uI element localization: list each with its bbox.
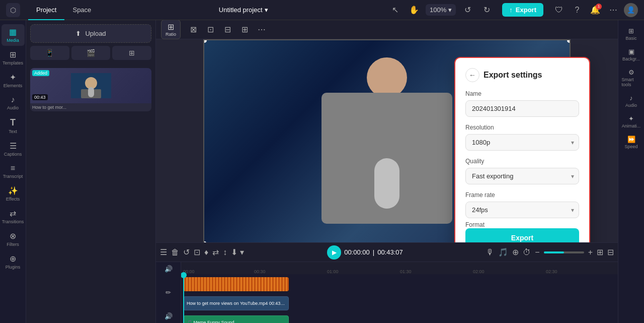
audio-clip[interactable] (183, 277, 289, 291)
adjust-icon[interactable]: ⊞ (237, 22, 252, 37)
upload-button[interactable]: ⬆ Upload (30, 24, 151, 43)
notification-icon[interactable]: 🔔 1 (588, 3, 603, 18)
split-icon[interactable]: ⊡ (194, 247, 200, 257)
zoom-out-icon[interactable]: − (535, 248, 539, 257)
sidebar-item-transitions[interactable]: ⇄ Transitions (2, 206, 25, 227)
project-name[interactable]: Untitled project ▾ (219, 6, 268, 14)
view-tab-mobile[interactable]: 📱 (30, 46, 69, 60)
sidebar-item-speed[interactable]: ⏩ Speed (620, 133, 643, 152)
zoom-control[interactable]: 100% ▾ (426, 4, 456, 16)
chevron-down-icon: ▾ (448, 6, 452, 14)
export-settings-title: Export settings (484, 71, 542, 80)
zoom-in-icon[interactable]: + (588, 248, 593, 257)
shield-icon[interactable]: 🛡 (551, 3, 567, 18)
canvas-area: ⊞ Ratio ⊠ ⊡ ⊟ ⊞ ⋯ (156, 20, 618, 242)
fullscreen-icon[interactable]: ⊞ (597, 247, 603, 257)
sidebar-item-audio[interactable]: ♪ Audio (2, 92, 25, 113)
download-icon[interactable]: ⬇ ▾ (231, 247, 244, 257)
view-tab-video[interactable]: 🎬 (71, 46, 111, 60)
sidebar-item-smart-tools[interactable]: ⚙ Smart tools (620, 66, 643, 90)
sidebar-item-media[interactable]: ▦ Media (2, 24, 25, 46)
timeline-time: ▶ 00:00:00 | 00:43:07 (327, 245, 403, 260)
help-icon[interactable]: ? (570, 3, 585, 18)
view-tab-grid[interactable]: ⊞ (112, 46, 151, 60)
redo-button[interactable]: ↻ (479, 3, 494, 18)
sidebar-item-text[interactable]: T Text (2, 114, 25, 137)
hand-tool[interactable]: ✋ (407, 3, 422, 18)
sidebar-item-effects[interactable]: ✨ Effects (2, 183, 25, 205)
person-shape (306, 57, 467, 242)
present-icon[interactable]: ⊟ (607, 247, 614, 257)
volume-icon-2[interactable]: 🔊 (161, 309, 176, 323)
elements-icon: ✦ (10, 73, 16, 82)
framerate-select[interactable]: 24fps 30fps 60fps (465, 202, 579, 218)
sidebar-item-label: Captions (4, 152, 22, 157)
export-name-input[interactable] (465, 100, 579, 117)
music-icon[interactable]: 🎵 (498, 247, 508, 257)
volume-icon-1[interactable]: 🔊 (161, 262, 176, 276)
more-icon[interactable]: ⋯ (254, 22, 269, 37)
undo-button[interactable]: ↺ (460, 3, 475, 18)
sort-icon[interactable]: ↕ (223, 248, 227, 257)
zoom-slider[interactable] (544, 251, 584, 253)
add-track-icon[interactable]: ⊕ (512, 247, 519, 257)
sidebar-item-captions[interactable]: ☰ Captions (2, 138, 25, 160)
avatar[interactable]: 👤 (624, 3, 638, 17)
export-action-button[interactable]: Export (465, 228, 579, 242)
quality-select[interactable]: Fast exporting Best quality Balanced (465, 168, 579, 184)
crop-icon[interactable]: ⊡ (203, 22, 218, 37)
sidebar-right-label: Smart tools (622, 77, 641, 87)
swap-icon[interactable]: ⇄ (212, 247, 219, 257)
ratio-button[interactable]: ⊞ Ratio (161, 20, 181, 39)
more-options-icon[interactable]: ⋯ (606, 3, 621, 18)
list-item[interactable]: Added 00:43 How to get mor... (30, 68, 151, 111)
view-tabs: 📱 🎬 ⊞ (30, 46, 151, 60)
timeline-track-area: 00:00 00:30 01:00 01:30 02:00 02:30 (181, 262, 618, 323)
delete-icon[interactable]: 🗑 (171, 248, 179, 257)
sidebar-item-audio-right[interactable]: ♪ Audio (620, 91, 643, 111)
tracks-container: How to get more views on YouTube.mp4 00:… (181, 275, 618, 323)
app-logo: ⬡ (6, 3, 20, 17)
sidebar-item-transcript[interactable]: ≡ Transcript (2, 161, 25, 182)
video-clip[interactable]: How to get more views on YouTube.mp4 00:… (183, 296, 289, 310)
ratio-label: Ratio (166, 32, 176, 37)
resolution-select[interactable]: 1080p 720p 480p (465, 134, 579, 151)
main-layout: ▦ Media ⊞ Templates ✦ Elements ♪ Audio T… (0, 20, 644, 323)
quality-label: Quality (465, 158, 579, 165)
edit-icon[interactable]: ✏ (161, 286, 176, 299)
sidebar-item-plugins[interactable]: ⊕ Plugins (2, 251, 25, 273)
ruler-mark: 00:30 (254, 269, 266, 274)
sidebar-item-label: Text (9, 129, 17, 134)
sidebar-item-basic[interactable]: ⊞ Basic (620, 24, 643, 44)
tab-project[interactable]: Project (28, 0, 64, 20)
transition-icon[interactable]: ♦ (204, 248, 208, 257)
sidebar-item-animation[interactable]: ✦ Animati... (620, 112, 643, 132)
playhead[interactable] (183, 275, 184, 323)
sidebar-item-background[interactable]: ▣ Backgr... (620, 45, 643, 64)
back-icon[interactable]: ← (465, 68, 479, 82)
timeline-menu-icon[interactable]: ☰ (160, 247, 167, 257)
media-item-name: How to get mor... (30, 103, 151, 111)
pointer-tool[interactable]: ↖ (387, 3, 403, 18)
flip-icon[interactable]: ⊟ (220, 22, 235, 37)
undo-icon[interactable]: ↺ (183, 247, 190, 257)
fit-icon[interactable]: ⊠ (186, 22, 201, 37)
export-settings-panel: ← Export settings Name Resolution 1080p … (454, 57, 590, 242)
transcript-icon: ≡ (11, 164, 15, 173)
play-button[interactable]: ▶ (327, 245, 341, 260)
notification-badge: 1 (596, 4, 602, 10)
sidebar-item-label: Templates (3, 60, 23, 66)
export-button[interactable]: ↑ Export (502, 3, 543, 17)
tab-space[interactable]: Space (64, 0, 99, 20)
audio-clip-green[interactable]: 🎵 Meme Funny Sound (183, 315, 289, 323)
mic-icon[interactable]: 🎙 (486, 248, 494, 257)
framerate-select-wrapper: 24fps 30fps 60fps ▾ (465, 202, 579, 218)
format-label: Format (465, 221, 579, 228)
sidebar-item-templates[interactable]: ⊞ Templates (2, 47, 25, 69)
basic-icon: ⊞ (628, 27, 634, 35)
head-shape (367, 57, 407, 98)
sidebar-item-filters[interactable]: ⊗ Filters (2, 228, 25, 250)
sidebar-item-elements[interactable]: ✦ Elements (2, 70, 25, 91)
export-back-button[interactable]: ← Export settings (465, 68, 579, 82)
timer-icon[interactable]: ⏱ (523, 248, 531, 257)
